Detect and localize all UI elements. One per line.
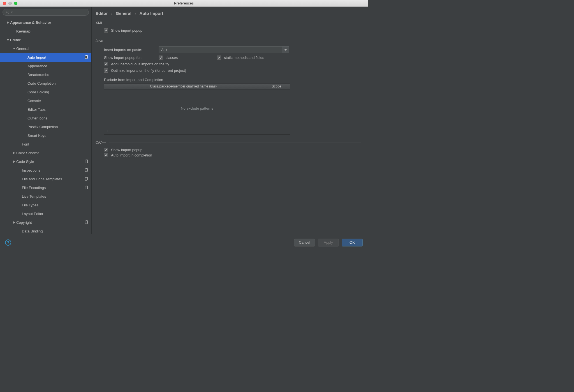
svg-rect-17 — [85, 186, 87, 189]
sidebar-item-file-types[interactable]: File Types — [0, 201, 91, 209]
sidebar-item-label: Code Style — [16, 160, 34, 164]
optimize-checkbox[interactable] — [104, 68, 108, 73]
sidebar-item-appearance[interactable]: Appearance — [0, 62, 91, 70]
sidebar-item-appearance-behavior[interactable]: Appearance & Behavior — [0, 18, 91, 27]
sidebar-item-keymap[interactable]: Keymap — [0, 27, 91, 36]
sidebar-item-label: Code Completion — [27, 81, 55, 86]
dropdown-arrow-icon — [282, 47, 289, 53]
project-scope-icon — [85, 177, 89, 181]
sidebar-item-inspections[interactable]: Inspections — [0, 166, 91, 175]
cancel-button[interactable]: Cancel — [294, 239, 315, 246]
add-icon[interactable]: + — [107, 129, 109, 133]
sidebar-item-label: Console — [27, 99, 41, 103]
sidebar-item-file-and-code-templates[interactable]: File and Code Templates — [0, 175, 91, 183]
breadcrumb: Editor › General › Auto Import — [96, 11, 361, 16]
svg-rect-13 — [85, 169, 87, 172]
sidebar-item-file-encodings[interactable]: File Encodings — [0, 183, 91, 192]
window-close-icon[interactable] — [3, 2, 6, 5]
svg-point-0 — [6, 11, 8, 13]
section-xml: XML — [96, 21, 361, 25]
settings-tree: Appearance & BehaviorKeymapEditorGeneral… — [0, 18, 91, 234]
window-title: Preferences — [0, 1, 368, 5]
cpp-auto-import-checkbox[interactable] — [104, 153, 108, 157]
svg-marker-3 — [7, 21, 9, 24]
search-icon — [6, 10, 9, 14]
sidebar-item-code-style[interactable]: Code Style — [0, 157, 91, 166]
help-icon[interactable]: ? — [5, 239, 11, 246]
chevron-right-icon — [6, 21, 10, 24]
breadcrumb-item[interactable]: General — [116, 11, 131, 16]
sidebar-item-editor-tabs[interactable]: Editor Tabs — [0, 105, 91, 114]
svg-marker-2 — [11, 12, 13, 13]
column-name-header[interactable]: Class/package/member qualified name mask — [104, 84, 263, 89]
xml-show-popup-checkbox[interactable] — [104, 28, 108, 33]
static-checkbox[interactable] — [217, 56, 221, 60]
sidebar-item-label: Editor Tabs — [27, 107, 46, 112]
sidebar-item-label: Breadcrumbs — [27, 73, 49, 77]
sidebar-item-label: Gutter Icons — [27, 116, 47, 120]
sidebar-item-label: Inspections — [22, 168, 40, 172]
sidebar-item-console[interactable]: Console — [0, 96, 91, 105]
sidebar-item-font[interactable]: Font — [0, 140, 91, 149]
remove-icon: − — [113, 129, 115, 133]
column-scope-header[interactable]: Scope — [263, 84, 290, 89]
sidebar-item-label: Layout Editor — [22, 212, 43, 216]
sidebar-item-label: General — [16, 47, 29, 51]
insert-imports-select[interactable]: Ask — [159, 46, 289, 53]
sidebar: Appearance & BehaviorKeymapEditorGeneral… — [0, 7, 92, 234]
sidebar-item-label: File and Code Templates — [22, 177, 62, 181]
sidebar-item-code-folding[interactable]: Code Folding — [0, 88, 91, 96]
sidebar-item-general[interactable]: General — [0, 44, 91, 53]
sidebar-item-label: Auto Import — [27, 55, 46, 59]
window-zoom-icon[interactable] — [14, 2, 17, 5]
footer: ? Cancel Apply OK — [0, 234, 368, 251]
chevron-down-icon — [12, 47, 16, 50]
sidebar-item-code-completion[interactable]: Code Completion — [0, 79, 91, 88]
sidebar-item-label: File Encodings — [22, 186, 46, 190]
unambiguous-checkbox[interactable] — [104, 62, 108, 66]
chevron-right-icon — [12, 221, 16, 224]
breadcrumb-item[interactable]: Editor — [96, 11, 108, 16]
cpp-show-popup-checkbox[interactable] — [104, 148, 108, 152]
sidebar-item-label: Code Folding — [27, 90, 49, 94]
sidebar-item-postfix-completion[interactable]: Postfix Completion — [0, 123, 91, 131]
search-input[interactable] — [3, 9, 89, 16]
chevron-right-icon: › — [135, 11, 136, 16]
sidebar-item-data-binding[interactable]: Data Binding — [0, 227, 91, 234]
exclude-table: Class/package/member qualified name mask… — [104, 84, 290, 135]
breadcrumb-item: Auto Import — [140, 11, 163, 16]
chevron-right-icon — [12, 160, 16, 163]
exclude-label: Exclude from Import and Completion — [96, 74, 361, 84]
popup-for-label: Show import popup for: — [104, 56, 156, 60]
sidebar-item-label: File Types — [22, 203, 38, 207]
chevron-right-icon: › — [111, 11, 112, 16]
svg-rect-7 — [85, 56, 87, 59]
ok-button[interactable]: OK — [342, 239, 363, 246]
svg-marker-21 — [284, 49, 287, 51]
sidebar-item-label: Postfix Completion — [27, 125, 58, 129]
sidebar-item-live-templates[interactable]: Live Templates — [0, 192, 91, 201]
sidebar-item-smart-keys[interactable]: Smart Keys — [0, 131, 91, 140]
sidebar-item-label: Keymap — [16, 29, 31, 33]
classes-checkbox[interactable] — [159, 56, 163, 60]
xml-show-popup-label: Show import popup — [111, 28, 142, 33]
chevron-down-icon — [6, 39, 10, 41]
sidebar-item-label: Editor — [10, 38, 21, 42]
sidebar-item-layout-editor[interactable]: Layout Editor — [0, 209, 91, 218]
sidebar-item-label: Smart Keys — [27, 133, 46, 138]
svg-marker-9 — [13, 160, 15, 163]
sidebar-item-copyright[interactable]: Copyright — [0, 218, 91, 227]
sidebar-item-gutter-icons[interactable]: Gutter Icons — [0, 114, 91, 123]
sidebar-item-label: Live Templates — [22, 194, 46, 199]
sidebar-item-color-scheme[interactable]: Color Scheme — [0, 149, 91, 157]
chevron-down-icon — [11, 11, 13, 13]
sidebar-item-auto-import[interactable]: Auto Import — [0, 53, 91, 62]
sidebar-item-breadcrumbs[interactable]: Breadcrumbs — [0, 70, 91, 79]
sidebar-item-label: Appearance & Behavior — [10, 20, 51, 25]
section-java: Java — [96, 39, 361, 43]
project-scope-icon — [85, 168, 89, 173]
main-panel: Editor › General › Auto Import XML Show … — [92, 7, 368, 234]
svg-marker-4 — [7, 39, 9, 41]
sidebar-item-editor[interactable]: Editor — [0, 36, 91, 44]
project-scope-icon — [85, 55, 89, 60]
